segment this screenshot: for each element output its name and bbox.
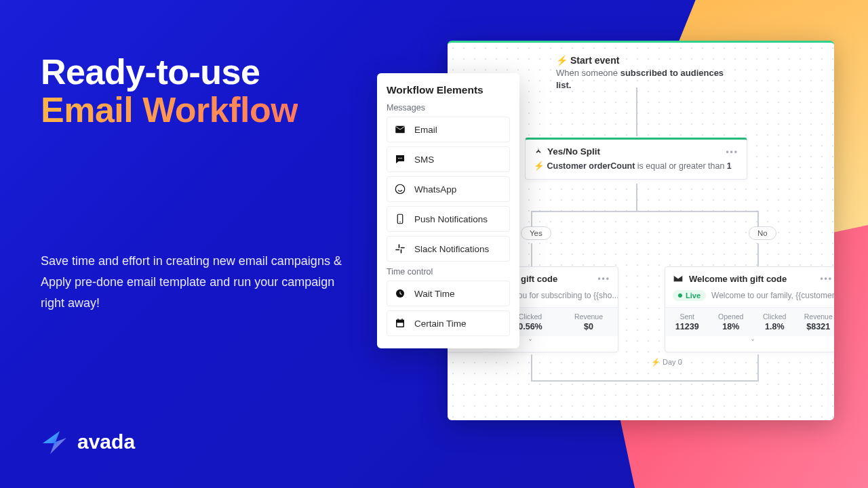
svg-point-5	[395, 184, 405, 194]
svg-point-7	[399, 222, 401, 223]
svg-rect-11	[397, 319, 399, 321]
connector	[757, 354, 759, 380]
phone-icon	[394, 213, 406, 225]
status-badge: Live	[673, 290, 706, 301]
card-title: Welcome with gift code	[689, 274, 787, 284]
element-wait-time[interactable]: Wait Time	[387, 281, 510, 306]
split-condition: ⚡ Customer orderCount is equal or greate…	[534, 161, 738, 171]
start-event-node[interactable]: ⚡Start event When someone subscribed to …	[556, 55, 732, 91]
sms-icon	[394, 153, 406, 165]
brand-logo-icon	[41, 428, 68, 455]
start-event-title: ⚡Start event	[556, 55, 732, 66]
hero-copy: Ready-to-use Email Workflow Save time an…	[41, 53, 353, 313]
node-more-button[interactable]: •••	[820, 274, 833, 283]
connector	[531, 211, 759, 212]
element-push[interactable]: Push Notifications	[387, 206, 510, 232]
start-event-desc: When someone subscribed to audiences lis…	[556, 67, 732, 91]
calendar-icon	[394, 317, 406, 329]
svg-point-2	[398, 158, 399, 159]
marketing-stage: Ready-to-use Email Workflow Save time an…	[0, 0, 868, 488]
node-more-button[interactable]: •••	[597, 274, 610, 283]
branch-no-label: No	[749, 226, 776, 240]
element-certain-time[interactable]: Certain Time	[387, 310, 510, 336]
svg-rect-13	[397, 323, 403, 326]
svg-point-3	[399, 158, 401, 159]
slack-icon	[394, 243, 406, 255]
day-label: ⚡ Day 0	[651, 358, 682, 367]
email-node-with-gift[interactable]: Welcome with gift code ••• Live Welcome …	[665, 266, 834, 352]
panel-group-time: Time control	[387, 267, 510, 277]
card-preview: Welcome to our family, {{customer...	[711, 291, 834, 300]
brand: avada	[41, 428, 135, 455]
connector	[531, 380, 759, 382]
connector	[636, 87, 637, 136]
headline-line-2: Email Workflow	[41, 91, 298, 129]
connector	[531, 243, 532, 266]
connector	[531, 354, 532, 380]
clock-icon	[394, 287, 406, 300]
element-sms[interactable]: SMS	[387, 146, 510, 172]
svg-marker-0	[43, 431, 66, 454]
element-slack[interactable]: Slack Notifications	[387, 236, 510, 262]
svg-point-4	[401, 158, 403, 159]
connector	[757, 243, 759, 266]
svg-rect-12	[401, 319, 403, 321]
element-whatsapp[interactable]: WhatsApp	[387, 176, 510, 202]
mail-icon	[394, 123, 406, 136]
brand-name: avada	[77, 430, 135, 453]
split-title: Yes/No Split	[534, 146, 600, 157]
svg-rect-10	[396, 320, 404, 322]
whatsapp-icon	[394, 183, 406, 195]
card-stats: Sent11239 Opened18% Clicked1.8% Revenue$…	[665, 307, 834, 336]
panel-group-messages: Messages	[387, 103, 510, 113]
split-node[interactable]: Yes/No Split ••• ⚡ Customer orderCount i…	[525, 138, 747, 180]
split-icon	[534, 147, 543, 157]
hero-headline: Ready-to-use Email Workflow	[41, 53, 353, 129]
hero-description: Save time and effort in creating new ema…	[41, 251, 353, 313]
panel-title: Workflow Elements	[387, 84, 510, 96]
mail-icon	[673, 273, 684, 284]
expand-icon[interactable]: ˅	[665, 336, 834, 352]
headline-line-1: Ready-to-use	[41, 52, 260, 92]
branch-yes-label: Yes	[521, 226, 551, 240]
node-more-button[interactable]: •••	[726, 148, 738, 156]
element-email[interactable]: Email	[387, 117, 510, 142]
connector	[636, 184, 637, 211]
workflow-elements-panel[interactable]: Workflow Elements Messages Email SMS Wha…	[377, 73, 519, 348]
